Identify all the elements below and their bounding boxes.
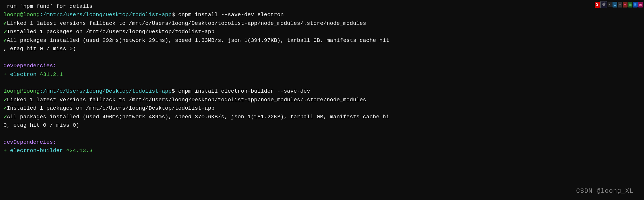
checkmark-icon: ✔ (3, 114, 7, 120)
icon-english: 英 (600, 1, 607, 8)
terminal-line-line7 (3, 53, 641, 62)
terminal-content: run `npm fund` for detailsloong@loong:/m… (3, 2, 641, 155)
icon-heart: ♥ (623, 2, 628, 8)
terminal-line-line2: loong@loong:/mnt/c/Users/loong/Desktop/t… (3, 11, 641, 19)
prompt-dollar: $ (172, 88, 175, 94)
dep-version: ^31.2.1 (40, 71, 63, 78)
terminal-line-line5: ✔All packages installed (used 292ms(netw… (3, 36, 641, 45)
prompt-dollar: $ (172, 12, 175, 18)
checkmark-icon: ✔ (3, 29, 7, 35)
terminal-line-line3: ✔Linked 1 latest versions fallback to /m… (3, 19, 641, 28)
terminal-line-line18: + electron-builder ^24.13.3 (3, 147, 641, 155)
check-text: All packages installed (used 490ms(netwo… (7, 114, 389, 120)
checkmark-icon: ✔ (3, 97, 7, 103)
terminal-line-line6: , etag hit 0 / miss 0) (3, 45, 641, 53)
csdn-watermark: CSDN @loong_XL (576, 188, 634, 195)
prompt-path: :/mnt/c/Users/loong/Desktop/todolist-app (40, 88, 171, 94)
terminal-line-line12: ✔Linked 1 latest versions fallback to /m… (3, 96, 641, 104)
checkmark-icon: ✔ (3, 105, 7, 111)
plus-icon: + (3, 71, 10, 78)
terminal-line-line10 (3, 79, 641, 87)
prompt-command: cnpm install electron-builder --save-dev (175, 88, 310, 94)
dep-space (36, 71, 40, 78)
prompt-user: loong@loong (3, 12, 40, 18)
icon-s: S (595, 2, 600, 8)
check-text: Installed 1 packages on /mnt/c/Users/loo… (7, 29, 214, 35)
dep-package-name: electron-builder (10, 147, 63, 154)
icon-border: ▣ (638, 2, 643, 8)
prompt-command: cnpm install --save-dev electron (175, 12, 284, 18)
check-text: Linked 1 latest versions fallback to /mn… (7, 20, 366, 27)
terminal-window: S 英 · ☁ ⌨ ♥ ▦ ⊞ ▣ run `npm fund` for det… (0, 0, 644, 200)
dep-package-name: electron (10, 71, 36, 78)
devdep-header: devDependencies: (3, 139, 56, 145)
terminal-line-line8: devDependencies: (3, 62, 641, 70)
dep-version: ^24.13.3 (66, 147, 93, 154)
check-text: Linked 1 latest versions fallback to /mn… (7, 97, 366, 103)
icon-keyboard: ⌨ (618, 2, 622, 8)
top-right-toolbar[interactable]: S 英 · ☁ ⌨ ♥ ▦ ⊞ ▣ (595, 1, 643, 8)
terminal-line-line9: + electron ^31.2.1 (3, 70, 641, 79)
icon-dot1: · (608, 2, 612, 7)
check-text: Installed 1 packages on /mnt/c/Users/loo… (7, 105, 214, 111)
check-text: All packages installed (used 292ms(netwo… (7, 37, 389, 44)
terminal-line-line4: ✔Installed 1 packages on /mnt/c/Users/lo… (3, 28, 641, 36)
dep-space (63, 147, 66, 154)
terminal-line-line1: run `npm fund` for details (3, 2, 641, 11)
prompt-user: loong@loong (3, 88, 40, 94)
icon-grid2: ⊞ (633, 2, 638, 8)
terminal-line-line17: devDependencies: (3, 138, 641, 147)
prompt-path: :/mnt/c/Users/loong/Desktop/todolist-app (40, 12, 171, 18)
icon-grid1: ▦ (628, 2, 633, 8)
terminal-line-line14: ✔All packages installed (used 490ms(netw… (3, 113, 641, 121)
icon-cloud: ☁ (612, 2, 617, 8)
terminal-line-line13: ✔Installed 1 packages on /mnt/c/Users/lo… (3, 104, 641, 113)
devdep-header: devDependencies: (3, 63, 56, 69)
terminal-line-line16 (3, 130, 641, 138)
checkmark-icon: ✔ (3, 37, 7, 44)
terminal-line-line11: loong@loong:/mnt/c/Users/loong/Desktop/t… (3, 87, 641, 96)
terminal-line-line15: 0, etag hit 0 / miss 0) (3, 121, 641, 130)
checkmark-icon: ✔ (3, 20, 7, 27)
plus-icon: + (3, 147, 10, 154)
